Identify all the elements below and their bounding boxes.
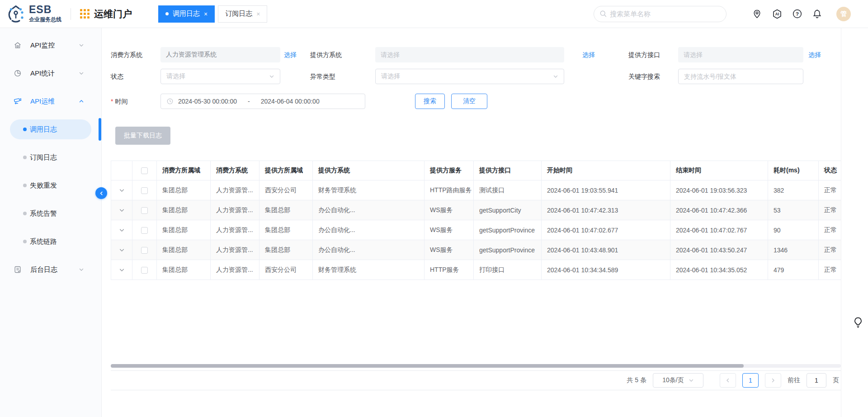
pagination: 共 5 条 10条/页 1 前往 页 [111,370,841,390]
sidebar-item-api-statistics[interactable]: API统计 [0,63,101,83]
sidebar-collapse-button[interactable] [95,187,107,199]
row-checkbox[interactable] [141,267,148,274]
provider-api-select-link[interactable]: 选择 [808,47,821,62]
expand-row-icon[interactable] [119,247,125,253]
provider-api-label: 提供方接口 [628,47,660,62]
esb-logo[interactable]: ESB 企业服务总线 [6,5,61,24]
required-mark: * [111,98,113,105]
clear-button[interactable]: 清空 [451,94,487,109]
expand-row-icon[interactable] [119,267,125,273]
cell: 正常 [819,220,841,240]
sidebar-item-backend-log[interactable]: 后台日志 [0,260,101,280]
cell: 测试接口 [474,180,542,200]
menu-search[interactable] [594,6,726,22]
location-pin-icon[interactable] [752,9,762,19]
cell: 集团总部 [157,180,211,200]
panel-right-divider [841,28,841,417]
close-tab-icon[interactable]: × [256,11,260,17]
tab-label: 订阅日志 [225,9,252,18]
logo-title: ESB [29,5,61,15]
portal-home-link[interactable]: 运维门户 [80,8,132,20]
cell: 479 [768,260,819,280]
row-checkbox[interactable] [141,227,148,234]
chevron-down-icon [689,378,694,383]
cell: 2024-06-01 10:34:35.052 [670,260,768,280]
monitor-camera-icon [14,97,22,105]
horizontal-scrollbar[interactable] [111,364,841,368]
table-row[interactable]: 集团总部 人力资源管... 西安分公司 财务管理系统 HTTP路由服务 测试接口… [111,180,841,200]
sidebar-item-api-monitor[interactable]: API监控 [0,35,101,55]
search-button[interactable]: 搜索 [415,94,445,109]
exception-type-select[interactable]: 请选择 [375,69,564,84]
sidebar-item-system-link[interactable]: 系统链路 [0,232,101,251]
table-row[interactable]: 集团总部 人力资源管... 西安分公司 财务管理系统 HTTP服务 打印接口 2… [111,260,841,280]
lightbulb-icon[interactable] [852,317,864,331]
close-tab-icon[interactable]: × [204,11,208,17]
sidebar-item-label: 后台日志 [30,265,57,274]
tab-call-log[interactable]: 调用日志 × [158,5,215,23]
cell: 办公自动化... [313,220,425,240]
chevron-down-icon [79,43,84,48]
row-checkbox[interactable] [141,247,148,254]
cell: 2024-06-01 10:43:50.247 [670,240,768,260]
goto-page-input[interactable] [807,373,826,388]
time-end: 2024-06-04 00:00:00 [261,98,320,105]
cell: 集团总部 [259,240,313,260]
expand-row-icon[interactable] [119,227,125,233]
expand-row-icon[interactable] [119,208,125,213]
ai-assistant-icon[interactable]: AI [772,9,783,19]
help-icon[interactable]: ? [792,9,802,19]
cell: getSupportProvince [474,240,542,260]
consumer-system-field[interactable] [160,47,280,62]
top-header: ESB 企业服务总线 运维门户 调用日志 × 订阅日志 × [0,0,868,28]
exception-type-label: 异常类型 [310,69,335,84]
total-count: 共 5 条 [627,376,646,384]
portal-title: 运维门户 [94,8,132,20]
expand-row-icon[interactable] [119,188,125,194]
keyword-input[interactable] [678,69,803,84]
row-checkbox[interactable] [141,207,148,214]
chevron-down-icon [79,71,84,76]
page-size-value: 10条/页 [662,376,684,384]
provider-system-select-link[interactable]: 选择 [582,47,595,62]
cell: 正常 [819,200,841,220]
tab-subscribe-log[interactable]: 订阅日志 × [218,5,267,23]
sidebar-item-api-operations[interactable]: API运维 [0,91,101,111]
sidebar-item-call-log[interactable]: 调用日志 [10,119,91,139]
dot-icon [23,184,27,187]
chevron-down-icon [79,267,84,272]
prev-page-button[interactable] [720,373,736,388]
consumer-system-select-link[interactable]: 选择 [284,47,297,62]
table-row[interactable]: 集团总部 人力资源管... 集团总部 办公自动化... WS服务 getSupp… [111,240,841,260]
page-size-select[interactable]: 10条/页 [653,373,703,388]
column-header: 提供方所属域 [259,161,313,180]
table-row[interactable]: 集团总部 人力资源管... 集团总部 办公自动化... WS服务 getSupp… [111,220,841,240]
provider-system-field[interactable] [375,47,564,62]
cell: 集团总部 [157,220,211,240]
bell-icon[interactable] [812,9,822,19]
sidebar-item-failure-resend[interactable]: 失败重发 [0,175,101,195]
avatar[interactable]: 管 [836,7,851,21]
page-number-1[interactable]: 1 [742,373,759,388]
next-page-button[interactable] [765,373,781,388]
esb-logo-icon [6,5,25,24]
provider-api-field[interactable] [678,47,803,62]
menu-search-input[interactable] [610,10,721,18]
active-menu-indicator [99,118,101,141]
sidebar-item-system-alert[interactable]: 系统告警 [0,204,101,223]
time-range-picker[interactable]: 2024-05-30 00:00:00 - 2024-06-04 00:00:0… [160,94,365,109]
status-select[interactable]: 请选择 [160,69,280,84]
chevron-left-icon [99,191,104,196]
cell: 打印接口 [474,260,542,280]
sidebar-item-subscribe-log[interactable]: 订阅日志 [0,147,101,167]
row-checkbox[interactable] [141,187,148,194]
cell: 人力资源管... [211,180,259,200]
table-row[interactable]: 集团总部 人力资源管... 集团总部 办公自动化... WS服务 getSupp… [111,200,841,220]
status-placeholder: 请选择 [166,72,269,81]
sidebar-item-label: 失败重发 [30,181,57,190]
column-header: 消费方系统 [211,161,259,180]
batch-download-button[interactable]: 批量下载日志 [115,127,170,145]
cell: 2024-06-01 10:43:48.901 [542,240,670,260]
scrollbar-thumb[interactable] [111,364,744,368]
select-all-checkbox[interactable] [141,167,148,174]
